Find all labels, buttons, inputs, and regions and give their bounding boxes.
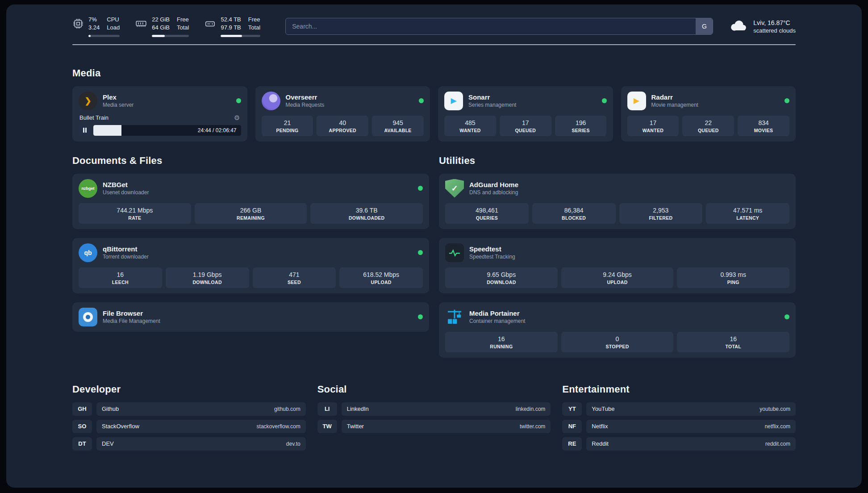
weather-condition: scattered clouds xyxy=(753,27,796,34)
filebrowser-icon xyxy=(79,308,97,326)
twitter-link[interactable]: Twitter twitter.com xyxy=(342,420,551,433)
app-subtitle: Series management xyxy=(468,102,516,108)
stat-value: 16 xyxy=(117,271,124,278)
linkedin-icon[interactable]: LI xyxy=(317,402,337,416)
stat-value: 498,461 xyxy=(476,207,498,214)
app-card-filebrowser[interactable]: File Browser Media File Management xyxy=(72,302,429,332)
stat-value: 0.993 ms xyxy=(720,271,746,278)
stat-label: QUEUED xyxy=(698,128,719,133)
stat-box: 834 MOVIES xyxy=(738,116,789,136)
netflix-icon[interactable]: NF xyxy=(562,420,582,433)
stat-value: 1.19 Gbps xyxy=(193,271,222,278)
cpu-label-top: CPU xyxy=(107,16,120,23)
app-subtitle: DNS and adblocking xyxy=(469,189,518,196)
reddit-link[interactable]: Reddit reddit.com xyxy=(586,437,796,451)
section-entertainment: Entertainment YT YouTube youtube.com NF … xyxy=(562,384,796,455)
dev-icon[interactable]: DT xyxy=(72,437,92,451)
overseerr-icon xyxy=(262,92,280,110)
link-url: dev.to xyxy=(286,441,300,447)
stat-label: PING xyxy=(727,280,739,285)
dashboard-panel: 7% 3.24 CPU Load xyxy=(6,4,862,488)
app-name: Radarr xyxy=(651,93,698,101)
stat-box: 86,384 BLOCKED xyxy=(532,203,616,224)
app-name: Sonarr xyxy=(468,93,516,101)
link-url: github.com xyxy=(274,406,300,412)
app-subtitle: Movie management xyxy=(651,102,698,108)
stat-value: 196 xyxy=(576,119,586,126)
stat-label: WANTED xyxy=(643,128,664,133)
section-social: Social LI LinkedIn linkedin.com TW Twitt… xyxy=(317,384,551,455)
netflix-link[interactable]: Netflix netflix.com xyxy=(586,420,796,433)
twitter-icon[interactable]: TW xyxy=(317,420,337,433)
app-card-portainer[interactable]: Media Portainer Container management 16 … xyxy=(439,302,796,358)
stats-row: 485 WANTED 17 QUEUED 196 SERIES xyxy=(444,116,607,136)
stat-label: RATE xyxy=(128,215,141,221)
search-input[interactable] xyxy=(285,18,713,35)
stat-label: TOTAL xyxy=(725,344,741,349)
link-name: Github xyxy=(102,405,119,412)
app-card-sonarr[interactable]: ▶ Sonarr Series management 485 WANTED 17 xyxy=(438,86,613,142)
sonarr-icon-glyph: ▶ xyxy=(451,96,456,105)
stat-box: 618.52 Mbps UPLOAD xyxy=(339,267,423,288)
dev-link[interactable]: DEV dev.to xyxy=(96,437,306,451)
card-header: File Browser Media File Management xyxy=(79,308,423,326)
link-row-stackoverflow: SO StackOverflow stackoverflow.com xyxy=(72,420,306,433)
stat-label: UPLOAD xyxy=(607,280,627,285)
app-card-nzbget[interactable]: nzbget NZBGet Usenet downloader 744.21 M… xyxy=(72,174,429,229)
app-card-speedtest[interactable]: Speedtest Speedtest Tracking 9.65 Gbps D… xyxy=(439,238,796,293)
stat-box: 1.19 Gbps DOWNLOAD xyxy=(166,267,249,288)
stackoverflow-link[interactable]: StackOverflow stackoverflow.com xyxy=(96,420,306,433)
ram-label-top: Free xyxy=(177,16,189,23)
disk-free-value: 52.4 TB xyxy=(221,16,241,23)
stats-row: 498,461 QUERIES 86,384 BLOCKED 2,953 FIL… xyxy=(445,203,789,224)
qbittorrent-icon-text: qb xyxy=(84,249,92,256)
app-card-overseerr[interactable]: Overseerr Media Requests 21 PENDING 40 A… xyxy=(255,86,430,142)
stat-value: 0 xyxy=(616,335,619,343)
status-dot xyxy=(602,98,607,103)
stat-label: STOPPED xyxy=(605,344,629,349)
settings-gear-icon[interactable]: ⚙ xyxy=(234,114,240,122)
ram-usage-bar-fill xyxy=(152,35,164,37)
nzbget-icon: nzbget xyxy=(79,179,97,198)
linkedin-link[interactable]: LinkedIn linkedin.com xyxy=(342,402,551,416)
pause-button[interactable] xyxy=(79,125,91,136)
stat-label: DOWNLOAD xyxy=(487,280,516,285)
stat-box: 17 QUEUED xyxy=(500,116,551,136)
stat-label: SEED xyxy=(288,280,301,285)
playback-progress-bar[interactable]: 24:44 / 02:06:47 xyxy=(93,125,241,136)
stat-box: 16 RUNNING xyxy=(445,332,558,352)
stat-box: 9.65 Gbps DOWNLOAD xyxy=(445,267,558,288)
app-card-radarr[interactable]: ▶ Radarr Movie management 17 WANTED 22 xyxy=(621,86,796,142)
speedtest-icon xyxy=(445,243,464,262)
stats-row: 9.65 Gbps DOWNLOAD 9.24 Gbps UPLOAD 0.99… xyxy=(445,267,789,288)
github-link[interactable]: Github github.com xyxy=(96,402,306,416)
youtube-icon[interactable]: YT xyxy=(562,402,582,416)
app-card-qbittorrent[interactable]: qb qBittorrent Torrent downloader 16 LEE… xyxy=(72,238,429,293)
link-row-dev: DT DEV dev.to xyxy=(72,437,306,451)
disk-total-value: 97.9 TB xyxy=(221,24,241,31)
link-name: LinkedIn xyxy=(347,405,369,412)
link-name: YouTube xyxy=(592,405,614,412)
search-engine-button[interactable]: G xyxy=(696,18,713,34)
link-row-twitter: TW Twitter twitter.com xyxy=(317,420,551,433)
app-card-plex[interactable]: ❯ Plex Media server Bullet Train ⚙ xyxy=(72,86,247,142)
stat-box: 9.24 Gbps UPLOAD xyxy=(561,267,674,288)
link-name: DEV xyxy=(102,440,114,447)
section-documents: Documents & Files nzbget NZBGet Usenet d… xyxy=(72,155,429,332)
weather-location: Lviv, 16.87°C xyxy=(753,19,796,26)
stat-box: 0.993 ms PING xyxy=(677,267,789,288)
playback-progress-fill xyxy=(93,125,121,136)
stat-label: APPROVED xyxy=(329,128,356,133)
stackoverflow-icon[interactable]: SO xyxy=(72,420,92,433)
github-icon[interactable]: GH xyxy=(72,402,92,416)
stat-label: BLOCKED xyxy=(562,215,586,221)
app-card-adguard[interactable]: ✓ AdGuard Home DNS and adblocking 498,46… xyxy=(439,174,796,229)
link-url: youtube.com xyxy=(760,406,790,412)
youtube-link[interactable]: YouTube youtube.com xyxy=(586,402,796,416)
stat-value: 2,953 xyxy=(653,207,668,214)
stat-box: 945 AVAILABLE xyxy=(372,116,424,136)
reddit-icon[interactable]: RE xyxy=(562,437,582,451)
status-dot xyxy=(418,186,423,191)
topbar-divider xyxy=(72,44,796,45)
cpu-label-bottom: Load xyxy=(107,24,120,31)
